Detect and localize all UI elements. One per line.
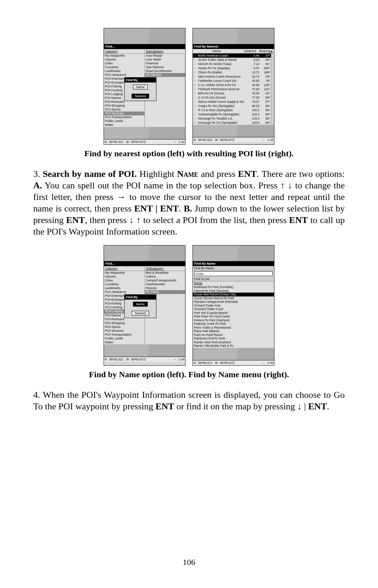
result-row[interactable]: ⌂Craig's Rv Svc (Springdale)96.4584º (193, 104, 271, 108)
result-row[interactable]: ⌂D J's Rv Svc (Grove)77.5359º (193, 95, 271, 100)
poi-icon: ⌂ (194, 83, 198, 87)
list-item[interactable]: Landmarks (104, 286, 145, 290)
list-item[interactable]: Camps/Campgrounds (145, 279, 186, 282)
list-item[interactable]: Public Lands (104, 119, 145, 123)
result-row[interactable]: ⌂Samco Mobile Home Supply & Svc79.0747º (193, 100, 271, 104)
list-item[interactable]: Park 400 (Copalis Beach) (193, 311, 274, 315)
list-item[interactable]: POI-Sports (104, 108, 145, 112)
nearest-button[interactable]: Nearest (132, 311, 149, 316)
list-item[interactable]: Pines Trailer & Recreational (193, 326, 274, 330)
result-row[interactable]: ⌂Firehawk Performance Boat Inc72.20121º (193, 87, 271, 91)
poi-icon: ⌂ (194, 53, 198, 58)
result-row[interactable]: ⌂Mid-America Coach Dimensions20.7463º (193, 74, 271, 79)
result-row[interactable]: ⌂C & L Mobile Home & Rv Ctr44.69126º (193, 83, 271, 87)
list-item[interactable]: Olympia Campgrounds (Olympia) (193, 300, 274, 304)
scrollbar[interactable] (271, 53, 274, 125)
list-item[interactable]: Ocean Mist Resort (Ocean City) (193, 293, 274, 296)
list-item[interactable]: My Waypoints (104, 54, 145, 58)
popup-title: Find By (125, 295, 156, 300)
list-item[interactable]: Public Lands (104, 337, 145, 340)
poi-icon: ⌂ (194, 58, 198, 62)
latitude: 36º08.311' (198, 361, 213, 365)
list-item[interactable]: Road Svc/Wrecker (145, 69, 186, 73)
map-strip (193, 348, 274, 360)
list-item[interactable]: Water (104, 123, 145, 127)
poi-icon: ⌂ (194, 79, 198, 83)
result-row[interactable]: ⌂Scott's Trailer Sales & Rental6.9384º (193, 58, 271, 62)
list-item[interactable]: Rainier Villa Mobile Park & Rv (193, 344, 274, 348)
result-row[interactable]: ⌂Aok/springdale Rv (Springdale)102.484º (193, 112, 271, 116)
list-item[interactable]: Landmarks (104, 69, 145, 73)
list-item[interactable]: Northwest Rv Park (Ferndale) (193, 285, 274, 289)
page-number: 106 (0, 558, 378, 567)
list-item[interactable]: Gas Stations (145, 65, 186, 69)
list-item[interactable]: Water (104, 340, 145, 344)
list-item[interactable]: Rainier View Park (Graham) (193, 340, 274, 344)
list-item[interactable]: My Waypoints (104, 271, 145, 275)
result-row[interactable]: ⌂Hunter Rv Ctr (Sapulpa)9.37206º (193, 66, 271, 70)
result-row[interactable]: ⌂Featherlite Luxury Coach Div40.6270º (193, 79, 271, 83)
list-item[interactable]: RV Parks (145, 290, 186, 294)
result-row[interactable]: ⌂McGaugh Rv Ctr (Springdale)103.982º (193, 121, 271, 125)
figure-b-caption: Find by Name option (left). Find by Name… (33, 370, 345, 379)
lon-hemisphere: W (215, 138, 218, 142)
result-row[interactable]: ⌂McGaugh Rv Towable Lot103.482º (193, 116, 271, 121)
list-item[interactable]: POI-Sports (104, 325, 145, 329)
list-item[interactable]: Bed & Breakfast (145, 271, 186, 275)
list-item[interactable]: Cabins (145, 275, 186, 279)
result-row[interactable]: ⌂Chris's Rv (Kiefer)13.71188º (193, 70, 271, 74)
name-button[interactable]: Name (133, 302, 148, 307)
list-item[interactable]: POI-Transportation (104, 333, 145, 337)
device-a-left: Find... Category My WaypointsAirportsCit… (104, 28, 186, 145)
result-row[interactable]: ⌂Bill's Rv Ctr (Grove)76.0561º (193, 91, 271, 95)
list-item[interactable]: Plaza Park (Blaine) (193, 329, 274, 333)
list-item[interactable]: POI-Attractions (104, 290, 145, 294)
list-item[interactable]: POI-Transportation (104, 115, 145, 119)
list-item[interactable]: RV Service (145, 73, 186, 77)
list-item[interactable]: POI-Services (104, 329, 145, 333)
window-title: Find... (104, 44, 185, 49)
list-item[interactable]: Ocean Shores Marina Rv Park (193, 296, 274, 300)
result-row[interactable]: ⌂R V's & More (Springdale)100.284º (193, 108, 271, 112)
list-item[interactable]: Cities (104, 62, 145, 65)
category-header: Category (104, 266, 145, 271)
result-row[interactable]: ⌂Nichol's Rv World (Tulsa)7.1481º (193, 62, 271, 66)
list-item[interactable]: Park Place On Hood Canal (193, 315, 274, 318)
result-row[interactable]: ⌂North American Coach4.4437º (193, 53, 271, 58)
list-item[interactable]: Auto Wash (145, 58, 186, 62)
list-item[interactable]: Point No Point Resort (193, 333, 274, 337)
list-item[interactable]: Countries (104, 65, 145, 69)
name-input[interactable]: Ocea (194, 271, 273, 276)
list-item[interactable]: Oaknoll Rv Park (Tacoma) (193, 289, 274, 293)
list-item[interactable]: Parkers Rv Park (Harrison) (193, 318, 274, 322)
arrows-icon: ↔ (173, 140, 176, 144)
col-bearing: Bearing (256, 49, 270, 53)
list-item[interactable]: Resorts (145, 286, 186, 290)
nearest-button[interactable]: Nearest (132, 94, 149, 99)
map-strip (193, 245, 274, 261)
status-bar: N 36º08.311' W 96º00.672' ↔ 1 mi (193, 360, 274, 365)
scroll-up-icon[interactable] (270, 49, 273, 53)
ent-key: ENT (289, 215, 308, 225)
lat-hemisphere: N (194, 138, 196, 142)
list-item[interactable]: POI-Services (104, 112, 145, 115)
list-item[interactable]: Overland Trailer Court (193, 307, 274, 311)
list-item[interactable]: Auto Repair (145, 54, 186, 58)
scale-label: 1 mi (267, 138, 273, 142)
list-item[interactable]: Airports (104, 58, 145, 62)
list-item[interactable]: POI-Attractions (104, 73, 145, 77)
list-item[interactable]: Hotels/Motels (145, 282, 186, 286)
poi-icon: ⌂ (194, 95, 198, 100)
list-item[interactable]: Orchard Trailer Park (193, 304, 274, 308)
list-item[interactable]: POI-Shopping (104, 321, 145, 325)
list-item[interactable]: Countries (104, 282, 145, 286)
list-item[interactable]: Cities (104, 279, 145, 282)
list-item[interactable]: Rainbow's End Rv Park (193, 337, 274, 340)
list-item[interactable]: Peabody Creek Rv Park (193, 322, 274, 326)
list-item[interactable]: Airports (104, 275, 145, 279)
name-button[interactable]: Name (133, 85, 148, 89)
scale-label: 1 mi (267, 361, 273, 365)
list-item[interactable]: Financial (145, 62, 186, 65)
list-item[interactable]: POI-Shopping (104, 104, 145, 108)
step-number: 4. (33, 390, 43, 400)
